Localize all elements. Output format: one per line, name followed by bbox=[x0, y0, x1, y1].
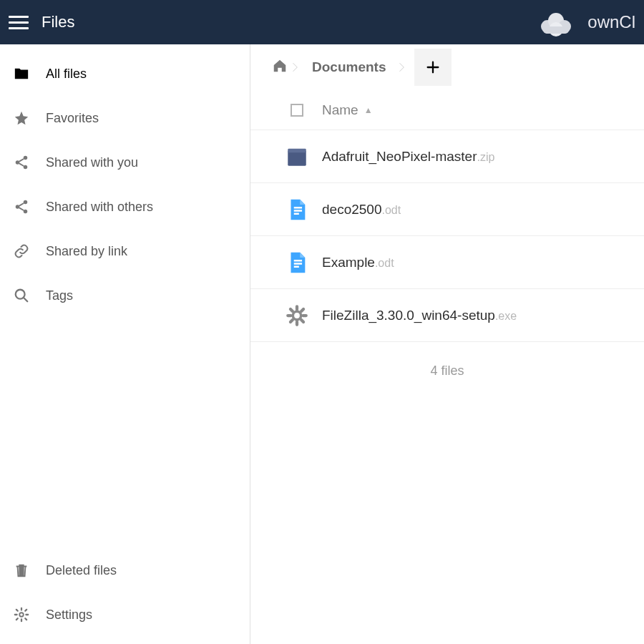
new-file-button[interactable] bbox=[414, 49, 452, 86]
column-name-label: Name bbox=[322, 102, 358, 118]
cloud-logo-icon bbox=[533, 8, 579, 36]
sidebar-item-favorites[interactable]: Favorites bbox=[0, 96, 250, 140]
sidebar-item-label: Settings bbox=[46, 608, 92, 623]
breadcrumb-separator-icon bbox=[288, 54, 303, 80]
file-row[interactable]: Adafruit_NeoPixel-master.zip bbox=[250, 130, 644, 183]
sidebar-item-label: Shared with you bbox=[46, 155, 138, 170]
breadcrumb-home[interactable] bbox=[272, 58, 288, 77]
sidebar-item-label: Tags bbox=[46, 288, 73, 303]
sidebar-item-label: Favorites bbox=[46, 111, 99, 126]
link-icon bbox=[13, 243, 30, 260]
gear-icon bbox=[13, 606, 30, 623]
sidebar-item-label: Shared by link bbox=[46, 244, 127, 259]
sidebar-item-label: Shared with others bbox=[46, 200, 153, 215]
file-name: Example.odt bbox=[322, 255, 394, 270]
sort-ascending-icon: ▲ bbox=[364, 105, 373, 115]
star-icon bbox=[13, 109, 30, 127]
app-title: Files bbox=[42, 13, 533, 31]
sidebar-item-label: Deleted files bbox=[46, 563, 117, 578]
file-row[interactable]: Example.odt bbox=[250, 236, 644, 289]
plus-icon bbox=[425, 59, 441, 75]
file-name: FileZilla_3.30.0_win64-setup.exe bbox=[322, 308, 517, 323]
share-icon bbox=[13, 154, 30, 171]
folder-icon bbox=[13, 65, 30, 82]
search-icon bbox=[13, 287, 30, 304]
main-content: Documents Name ▲ Adafruit_NeoPixel-maste… bbox=[250, 44, 644, 644]
sidebar-item-label: All files bbox=[46, 67, 87, 82]
sidebar-item-shared-with-others[interactable]: Shared with others bbox=[0, 185, 250, 229]
exe-file-icon bbox=[272, 303, 322, 328]
sidebar-item-shared-with-you[interactable]: Shared with you bbox=[0, 140, 250, 185]
brand-text: ownCl bbox=[587, 12, 635, 32]
doc-file-icon bbox=[272, 197, 322, 222]
file-row[interactable]: FileZilla_3.30.0_win64-setup.exe bbox=[250, 289, 644, 342]
sidebar-item-tags[interactable]: Tags bbox=[0, 273, 250, 318]
archive-file-icon bbox=[272, 145, 322, 169]
column-headers: Name ▲ bbox=[250, 90, 644, 130]
brand: ownCl bbox=[533, 8, 635, 36]
file-name: deco2500.odt bbox=[322, 202, 401, 218]
home-icon bbox=[272, 58, 288, 74]
share-icon bbox=[13, 198, 30, 215]
sidebar: All filesFavoritesShared with youShared … bbox=[0, 44, 250, 644]
breadcrumb: Documents bbox=[250, 44, 644, 90]
doc-file-icon bbox=[272, 250, 322, 275]
app-header: Files ownCl bbox=[0, 0, 644, 44]
breadcrumb-current[interactable]: Documents bbox=[303, 59, 394, 75]
hamburger-menu-icon[interactable] bbox=[9, 12, 29, 32]
column-name-header[interactable]: Name ▲ bbox=[322, 102, 373, 118]
breadcrumb-separator-icon bbox=[394, 54, 410, 80]
trash-icon bbox=[13, 562, 30, 579]
select-all-checkbox[interactable] bbox=[291, 104, 303, 117]
file-row[interactable]: deco2500.odt bbox=[250, 183, 644, 236]
sidebar-item-all-files[interactable]: All files bbox=[0, 52, 250, 96]
sidebar-footer-item-settings[interactable]: Settings bbox=[0, 592, 250, 637]
file-summary: 4 files bbox=[250, 342, 644, 400]
sidebar-item-shared-by-link[interactable]: Shared by link bbox=[0, 229, 250, 273]
file-name: Adafruit_NeoPixel-master.zip bbox=[322, 149, 494, 165]
sidebar-footer-item-deleted-files[interactable]: Deleted files bbox=[0, 548, 250, 592]
